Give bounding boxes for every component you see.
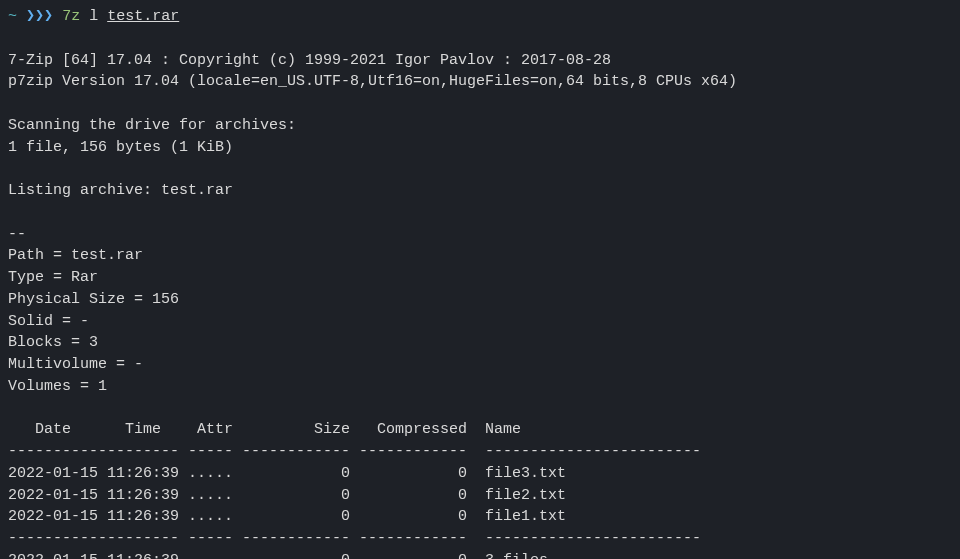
prompt-cwd: ~ bbox=[8, 8, 17, 25]
output-meta-path: Path = test.rar bbox=[8, 245, 952, 267]
output-scan-2: 1 file, 156 bytes (1 KiB) bbox=[8, 137, 952, 159]
blank-line bbox=[8, 93, 952, 115]
table-header: Date Time Attr Size Compressed Name bbox=[8, 419, 952, 441]
output-listing: Listing archive: test.rar bbox=[8, 180, 952, 202]
table-row: 2022-01-15 11:26:39 ..... 0 0 file3.txt bbox=[8, 463, 952, 485]
output-header-1: 7-Zip [64] 17.04 : Copyright (c) 1999-20… bbox=[8, 50, 952, 72]
output-meta-physical-size: Physical Size = 156 bbox=[8, 289, 952, 311]
table-row: 2022-01-15 11:26:39 ..... 0 0 file2.txt bbox=[8, 485, 952, 507]
output-meta-multivolume: Multivolume = - bbox=[8, 354, 952, 376]
table-separator: ------------------- ----- ------------ -… bbox=[8, 528, 952, 550]
table-row: 2022-01-15 11:26:39 ..... 0 0 file1.txt bbox=[8, 506, 952, 528]
output-scan-1: Scanning the drive for archives: bbox=[8, 115, 952, 137]
prompt-line[interactable]: ~ ❯❯❯ 7z l test.rar bbox=[8, 6, 952, 28]
output-header-2: p7zip Version 17.04 (locale=en_US.UTF-8,… bbox=[8, 71, 952, 93]
output-meta-volumes: Volumes = 1 bbox=[8, 376, 952, 398]
output-meta-solid: Solid = - bbox=[8, 311, 952, 333]
command-file: test.rar bbox=[107, 8, 179, 25]
output-meta-dash: -- bbox=[8, 224, 952, 246]
prompt-arrows: ❯❯❯ bbox=[26, 8, 53, 25]
blank-line bbox=[8, 158, 952, 180]
command-name: 7z bbox=[62, 8, 80, 25]
blank-line bbox=[8, 202, 952, 224]
blank-line bbox=[8, 28, 952, 50]
table-separator: ------------------- ----- ------------ -… bbox=[8, 441, 952, 463]
command-arg: l bbox=[89, 8, 98, 25]
table-footer: 2022-01-15 11:26:39 0 0 3 files bbox=[8, 550, 952, 559]
output-meta-type: Type = Rar bbox=[8, 267, 952, 289]
output-meta-blocks: Blocks = 3 bbox=[8, 332, 952, 354]
blank-line bbox=[8, 398, 952, 420]
